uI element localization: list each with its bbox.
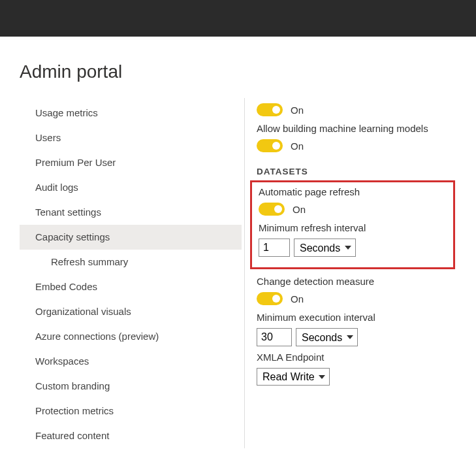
- sidebar-item-label: Premium Per User: [35, 157, 116, 168]
- sidebar-item-label: Azure connections (preview): [35, 331, 159, 342]
- unnamed-toggle-1[interactable]: [257, 103, 283, 116]
- sidebar-item-label: Refresh summary: [51, 256, 128, 267]
- datasets-section-header: DATASETS: [257, 167, 456, 176]
- allow-ml-label: Allow building machine learning models: [257, 123, 456, 134]
- min-execution-interval-label: Minimum execution interval: [257, 312, 456, 323]
- settings-content: On Allow building machine learning model…: [257, 98, 456, 448]
- sidebar-item-workspaces[interactable]: Workspaces: [20, 349, 242, 374]
- toggle-state-label: On: [293, 204, 306, 215]
- min-refresh-interval-input[interactable]: [259, 239, 290, 257]
- sidebar-item-label: Workspaces: [35, 355, 89, 367]
- toggle-knob-icon: [272, 142, 280, 150]
- min-execution-interval-input[interactable]: [257, 328, 292, 346]
- sidebar-item-refresh-summary[interactable]: Refresh summary: [20, 250, 242, 274]
- sidebar: Usage metrics Users Premium Per User Aud…: [20, 98, 242, 448]
- sidebar-item-label: Audit logs: [35, 182, 78, 193]
- automatic-page-refresh-highlight: Automatic page refresh On Minimum refres…: [250, 180, 455, 269]
- top-bar: [0, 0, 476, 37]
- sidebar-item-tenant-settings[interactable]: Tenant settings: [20, 200, 242, 225]
- sidebar-item-audit-logs[interactable]: Audit logs: [20, 175, 242, 200]
- sidebar-item-organizational-visuals[interactable]: Organizational visuals: [20, 299, 242, 324]
- sidebar-item-label: Custom branding: [35, 380, 110, 391]
- toggle-knob-icon: [272, 106, 280, 114]
- allow-ml-toggle[interactable]: [257, 139, 283, 152]
- min-refresh-interval-unit-select[interactable]: Seconds: [294, 239, 356, 257]
- sidebar-item-custom-branding[interactable]: Custom branding: [20, 374, 242, 399]
- sidebar-item-capacity-settings[interactable]: Capacity settings: [20, 225, 242, 250]
- sidebar-item-label: Organizational visuals: [35, 306, 131, 317]
- auto-page-refresh-label: Automatic page refresh: [259, 186, 447, 197]
- sidebar-item-embed-codes[interactable]: Embed Codes: [20, 274, 242, 299]
- admin-portal-page: Admin portal Usage metrics Users Premium…: [0, 37, 476, 462]
- vertical-divider: [244, 98, 245, 448]
- change-detection-label: Change detection measure: [257, 276, 456, 287]
- toggle-state-label: On: [291, 140, 304, 152]
- sidebar-item-label: Tenant settings: [35, 206, 101, 218]
- toggle-state-label: On: [291, 105, 304, 116]
- auto-page-refresh-toggle[interactable]: [259, 203, 285, 216]
- page-title: Admin portal: [20, 61, 456, 82]
- change-detection-toggle[interactable]: [257, 292, 283, 305]
- sidebar-item-users[interactable]: Users: [20, 125, 242, 150]
- toggle-state-label: On: [291, 293, 304, 305]
- sidebar-item-label: Capacity settings: [35, 231, 110, 242]
- sidebar-item-azure-connections[interactable]: Azure connections (preview): [20, 324, 242, 349]
- min-execution-interval-unit-select[interactable]: Seconds: [296, 328, 358, 346]
- sidebar-item-label: Embed Codes: [35, 281, 97, 292]
- xmla-endpoint-select[interactable]: Read Write: [257, 368, 330, 386]
- sidebar-item-featured-content[interactable]: Featured content: [20, 423, 242, 448]
- sidebar-item-protection-metrics[interactable]: Protection metrics: [20, 399, 242, 423]
- sidebar-item-usage-metrics[interactable]: Usage metrics: [20, 101, 242, 125]
- toggle-knob-icon: [272, 295, 280, 303]
- sidebar-item-label: Featured content: [35, 430, 109, 441]
- xmla-endpoint-label: XMLA Endpoint: [257, 352, 456, 363]
- sidebar-item-premium-per-user[interactable]: Premium Per User: [20, 150, 242, 175]
- min-refresh-interval-label: Minimum refresh interval: [259, 222, 447, 233]
- toggle-knob-icon: [274, 205, 282, 213]
- sidebar-item-label: Usage metrics: [35, 107, 98, 118]
- sidebar-item-label: Protection metrics: [35, 405, 114, 416]
- sidebar-item-label: Users: [35, 132, 61, 143]
